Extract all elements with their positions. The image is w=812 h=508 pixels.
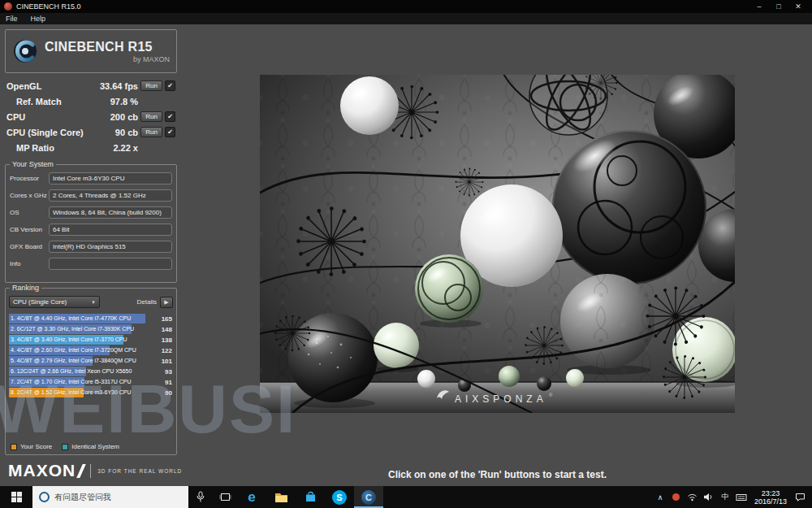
ranking-filter-dropdown[interactable]: CPU (Single Core) ▼ [9, 296, 100, 308]
ranking-row[interactable]: 4. 4C/8T @ 2.60 GHz, Intel Core i7-3720Q… [9, 345, 173, 355]
volume-icon [703, 493, 714, 501]
ranking-row-score: 138 [162, 336, 172, 344]
logo-title: CINEBENCH R15 [45, 40, 153, 54]
cinebench-logo-box: CINEBENCH R15 by MAXON [5, 29, 177, 73]
taskbar-search[interactable]: 有问题尽管问我 [32, 486, 188, 508]
tray-expand-button[interactable]: ∧ [652, 486, 668, 508]
volume-button[interactable] [701, 486, 717, 508]
ranking-row-your-score[interactable]: 8. 2C/4T @ 1.52 GHz, Intel Core m3-6Y30 … [9, 388, 173, 397]
details-button[interactable]: ▶ [160, 297, 173, 308]
ranking-filter-value: CPU (Single Core) [13, 298, 67, 306]
check-icon[interactable]: ✔ [165, 80, 175, 91]
sphere-white-topleft [340, 76, 399, 135]
maxon-tagline: 3D FOR THE REAL WORLD [90, 464, 182, 478]
taskbar-cinebench-active[interactable]: C [354, 486, 383, 508]
cb-version-field[interactable]: 64 Bit [49, 224, 172, 236]
benchmark-label: MP Ratio [6, 143, 88, 153]
benchmark-label: Ref. Match [6, 97, 88, 106]
info-field[interactable] [49, 258, 172, 270]
your-system-panel: Your System ProcessorIntel Core m3-6Y30 … [5, 164, 177, 283]
ranking-row-label: 7. 2C/4T @ 1.70 GHz, Intel Core i5-3317U… [11, 379, 132, 384]
run-cpu-single-button[interactable]: Run [140, 127, 162, 137]
maxon-slash-icon [76, 464, 86, 478]
render-preview-image: AIXSPONZA ® [260, 75, 735, 413]
start-button[interactable] [0, 486, 32, 508]
edge-icon: e [248, 490, 255, 504]
microphone-button[interactable] [188, 486, 213, 508]
system-label: Processor [10, 175, 49, 182]
ranking-title: Ranking [10, 284, 41, 292]
your-system-title: Your System [10, 160, 56, 168]
taskbar-store[interactable] [296, 486, 325, 508]
system-label: Info [10, 260, 49, 267]
cinebench-logo-icon [12, 38, 38, 64]
network-button[interactable] [685, 486, 701, 508]
taskbar-file-explorer[interactable] [266, 486, 296, 508]
keyboard-button[interactable] [733, 486, 749, 508]
run-cpu-button[interactable]: Run [140, 111, 162, 122]
ranking-row-score: 165 [162, 315, 172, 323]
benchmark-value: 90 cb [88, 128, 138, 137]
benchmark-row-cpu: CPU 200 cb Run ✔ [5, 109, 177, 124]
menu-file[interactable]: File [6, 15, 18, 23]
system-label: CB Version [10, 226, 49, 233]
ranking-row[interactable]: 3. 4C/8T @ 3.40 GHz, Intel Core i7-3770 … [9, 335, 173, 345]
logo-subtitle: by MAXON [45, 55, 170, 63]
ranking-list: 1. 4C/8T @ 4.40 GHz, Intel Core i7-4770K… [9, 314, 173, 397]
ranking-row[interactable]: 6. 12C/24T @ 2.66 GHz, Intel Xeon CPU X5… [9, 367, 173, 376]
task-view-button[interactable] [213, 486, 237, 508]
ranking-row[interactable]: 1. 4C/8T @ 4.40 GHz, Intel Core i7-4770K… [9, 314, 173, 323]
clock-date: 2016/7/13 [754, 497, 787, 506]
processor-field[interactable]: Intel Core m3-6Y30 CPU [49, 172, 172, 185]
ime-language-indicator[interactable]: 中 [717, 486, 733, 508]
system-label: GFX Board [10, 243, 49, 250]
benchmark-row-refmatch: Ref. Match 97.8 % [5, 93, 177, 109]
window-title: CINEBENCH R15.0 [16, 2, 81, 11]
close-button[interactable]: ✕ [788, 0, 808, 13]
cinebench-icon: C [361, 490, 376, 505]
notification-center-button[interactable] [792, 486, 808, 508]
ranking-row[interactable]: 5. 4C/8T @ 2.79 GHz, Intel Core i7-3840Q… [9, 356, 173, 366]
ranking-row-score: 148 [162, 326, 172, 333]
check-icon[interactable]: ✔ [165, 127, 175, 137]
gfx-board-field[interactable]: Intel(R) HD Graphics 515 [49, 241, 172, 253]
titlebar[interactable]: CINEBENCH R15.0 – □ ✕ [0, 0, 812, 13]
cores-field[interactable]: 2 Cores, 4 Threads @ 1.52 GHz [49, 189, 172, 202]
render-credit-text: AIXSPONZA [455, 393, 547, 405]
check-icon[interactable]: ✔ [165, 111, 175, 122]
os-field[interactable]: Windows 8, 64 Bit, China (build 9200) [49, 206, 172, 219]
taskbar-skype[interactable]: S [325, 486, 354, 508]
identical-system-swatch [62, 444, 68, 450]
system-label: Cores x GHz [10, 192, 49, 199]
keyboard-icon [736, 493, 747, 501]
taskbar-clock[interactable]: 23:23 2016/7/13 [749, 489, 792, 506]
app-content: CINEBENCH R15 by MAXON OpenGL 33.64 fps … [0, 24, 812, 486]
benchmark-row-mpratio: MP Ratio 2.22 x [5, 140, 177, 155]
cortana-icon [39, 492, 50, 502]
menubar: File Help [0, 13, 812, 24]
ranking-row-score: 90 [165, 389, 172, 397]
sphere-dark-glass [552, 130, 706, 284]
ranking-row-label: 2. 6C/12T @ 3.30 GHz, Intel Core i7-3930… [11, 326, 134, 332]
maxon-wordmark: MAXON [8, 461, 76, 480]
menu-help[interactable]: Help [31, 15, 46, 23]
minimize-button[interactable]: – [749, 0, 769, 13]
cinebench-window: CINEBENCH R15.0 – □ ✕ File Help [0, 0, 812, 508]
ranking-row-score: 122 [162, 347, 172, 354]
ranking-row[interactable]: 2. 6C/12T @ 3.30 GHz, Intel Core i7-3930… [9, 324, 173, 334]
benchmark-value: 33.64 fps [88, 81, 138, 91]
store-icon [304, 491, 317, 503]
network-icon [687, 493, 698, 501]
benchmark-label: OpenGL [6, 81, 88, 91]
maximize-button[interactable]: □ [769, 0, 788, 13]
your-score-label: Your Score [20, 443, 52, 450]
benchmark-value: 200 cb [88, 112, 138, 122]
run-opengl-button[interactable]: Run [140, 80, 162, 91]
taskbar: 有问题尽管问我 e [0, 486, 812, 508]
ranking-row[interactable]: 7. 2C/4T @ 1.70 GHz, Intel Core i5-3317U… [9, 377, 173, 387]
benchmark-panel: OpenGL 33.64 fps Run ✔ Ref. Match 97.8 %… [5, 78, 177, 155]
ranking-row-score: 93 [165, 368, 172, 376]
tray-alert-icon[interactable] [668, 486, 685, 508]
ranking-row-score: 91 [165, 379, 172, 386]
taskbar-edge[interactable]: e [237, 486, 266, 508]
